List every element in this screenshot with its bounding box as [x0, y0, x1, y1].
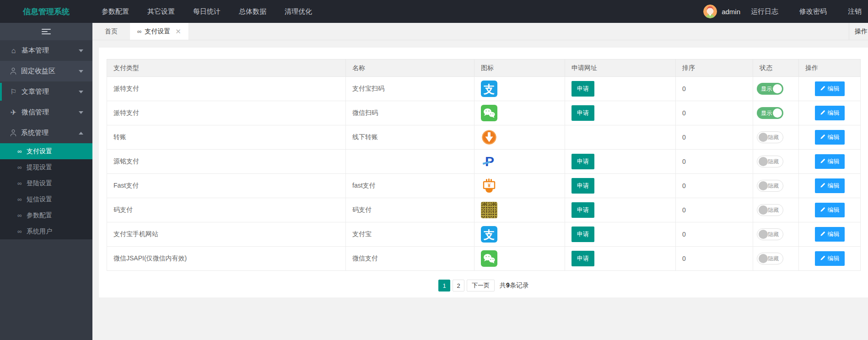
sidebar-item[interactable]: 系统管理	[0, 123, 92, 143]
submenu-item[interactable]: ∞参数配置	[0, 207, 92, 223]
edit-button[interactable]: 编辑	[815, 251, 845, 266]
apply-cell: 申请	[565, 222, 676, 247]
sidebar-item[interactable]: ⚐文章管理	[0, 81, 92, 102]
edit-pencil-icon	[820, 134, 825, 141]
apply-button[interactable]: 申请	[571, 81, 594, 97]
top-menu-item[interactable]: 清理优化	[275, 0, 321, 23]
avatar[interactable]	[703, 5, 717, 18]
submenu-item-label: 支付设置	[27, 147, 52, 156]
icon-cell: ¥	[474, 174, 565, 198]
column-header: 申请网址	[565, 59, 676, 77]
apply-cell	[565, 125, 676, 150]
edit-button[interactable]: 编辑	[815, 227, 845, 242]
icon-cell: 支	[474, 77, 565, 101]
edit-label: 编辑	[828, 206, 840, 214]
edit-button[interactable]: 编辑	[815, 106, 845, 120]
toggle-knob	[773, 108, 782, 118]
edit-pencil-icon	[820, 255, 825, 262]
icon-cell	[474, 198, 565, 222]
sidebar-item[interactable]: 固定收益区	[0, 61, 92, 81]
total-prefix: 共	[500, 281, 506, 289]
apply-button[interactable]: 申请	[571, 202, 594, 218]
toggle-knob	[759, 230, 768, 239]
toggle-knob	[759, 133, 768, 142]
edit-label: 编辑	[828, 182, 840, 190]
submenu-item[interactable]: ∞支付设置	[0, 143, 92, 159]
sort-cell: 0	[676, 174, 753, 198]
link-icon: ∞	[16, 180, 23, 186]
submenu-item[interactable]: ∞系统用户	[0, 223, 92, 239]
apply-button[interactable]: 申请	[571, 178, 594, 194]
apply-button[interactable]: 申请	[571, 105, 594, 121]
payment-type-cell: 支付宝手机网站	[107, 222, 346, 247]
tab-payment-settings[interactable]: ∞ 支付设置 ✕	[130, 23, 189, 40]
table-row: 源铭支付P申请0隐藏编辑	[107, 150, 861, 174]
edit-button[interactable]: 编辑	[815, 178, 845, 193]
status-toggle[interactable]: 隐藏	[757, 228, 783, 240]
tab-label: 支付设置	[145, 27, 170, 36]
apply-button[interactable]: 申请	[571, 227, 594, 242]
next-page-button[interactable]: 下一页	[467, 280, 495, 291]
submenu-item[interactable]: ∞提现设置	[0, 159, 92, 175]
status-toggle[interactable]: 隐藏	[757, 180, 783, 192]
toggle-knob	[759, 157, 768, 166]
status-toggle[interactable]: 显示	[757, 107, 783, 119]
status-toggle[interactable]: 隐藏	[757, 156, 783, 167]
edit-pencil-icon	[820, 158, 825, 165]
top-menu-item[interactable]: 参数配置	[92, 0, 138, 23]
column-header: 排序	[676, 59, 753, 77]
apply-cell: 申请	[565, 101, 676, 125]
navbar-right-item[interactable]: 注销	[837, 0, 862, 23]
tab-label: 首页	[105, 27, 118, 36]
apply-cell: 申请	[565, 150, 676, 174]
navbar-right-item[interactable]: 修改密码	[789, 0, 837, 23]
person-icon	[10, 130, 17, 136]
edit-button[interactable]: 编辑	[815, 154, 845, 169]
qrpay-icon	[481, 202, 497, 218]
collapse-icon	[42, 27, 51, 36]
edit-button[interactable]: 编辑	[815, 130, 845, 145]
sidebar-item[interactable]: ⌂基本管理	[0, 40, 92, 61]
sort-cell: 0	[676, 247, 753, 271]
top-menu-item[interactable]: 其它设置	[138, 0, 184, 23]
toggle-label: 显示	[761, 85, 772, 93]
edit-button[interactable]: 编辑	[815, 203, 845, 217]
status-toggle[interactable]: 显示	[757, 83, 783, 95]
icon-cell	[474, 125, 565, 150]
apply-cell: 申请	[565, 198, 676, 222]
tab-operations-dropdown[interactable]: 操作	[849, 23, 868, 40]
page-button-active[interactable]: 1	[438, 280, 450, 291]
name-cell: fast支付	[346, 174, 474, 198]
wechat-icon	[481, 250, 497, 267]
page-button[interactable]: 2	[453, 280, 464, 291]
table-row: 支付宝手机网站支付宝支申请0隐藏编辑	[107, 222, 861, 247]
name-cell: 微信支付	[346, 247, 474, 271]
submenu-item[interactable]: ∞登陆设置	[0, 175, 92, 191]
chevron-down-icon	[79, 91, 83, 93]
apply-button[interactable]: 申请	[571, 154, 594, 169]
username[interactable]: admin	[722, 8, 740, 16]
status-toggle[interactable]: 隐藏	[757, 204, 783, 216]
sidebar-item-label: 文章管理	[22, 87, 49, 96]
sidebar-item-label: 固定收益区	[21, 67, 55, 76]
edit-pencil-icon	[820, 183, 825, 189]
top-menu-item[interactable]: 每日统计	[184, 0, 230, 23]
sidebar-item[interactable]: ✈微信管理	[0, 102, 92, 123]
edit-button[interactable]: 编辑	[815, 81, 845, 96]
alipay-icon: 支	[481, 226, 497, 243]
status-toggle[interactable]: 隐藏	[757, 131, 783, 143]
tab-home[interactable]: 首页	[92, 23, 130, 40]
status-toggle[interactable]: 隐藏	[757, 253, 783, 264]
app-logo[interactable]: 信息管理系统	[0, 6, 92, 17]
navbar-right-item[interactable]: 运行日志	[740, 0, 789, 23]
content-card: 支付类型名称图标申请网址排序状态操作 派特支付支付宝扫码支申请0显示编辑派特支付…	[99, 48, 868, 297]
submenu-item-label: 参数配置	[27, 211, 52, 220]
table-header-row: 支付类型名称图标申请网址排序状态操作	[107, 59, 861, 77]
apply-button[interactable]: 申请	[571, 251, 594, 266]
top-menu-item[interactable]: 总体数据	[230, 0, 275, 23]
sort-cell: 0	[676, 222, 753, 247]
sidebar-collapse-button[interactable]	[0, 23, 92, 40]
close-icon[interactable]: ✕	[175, 27, 181, 36]
submenu-item[interactable]: ∞短信设置	[0, 191, 92, 207]
chevron-up-icon	[79, 132, 83, 135]
